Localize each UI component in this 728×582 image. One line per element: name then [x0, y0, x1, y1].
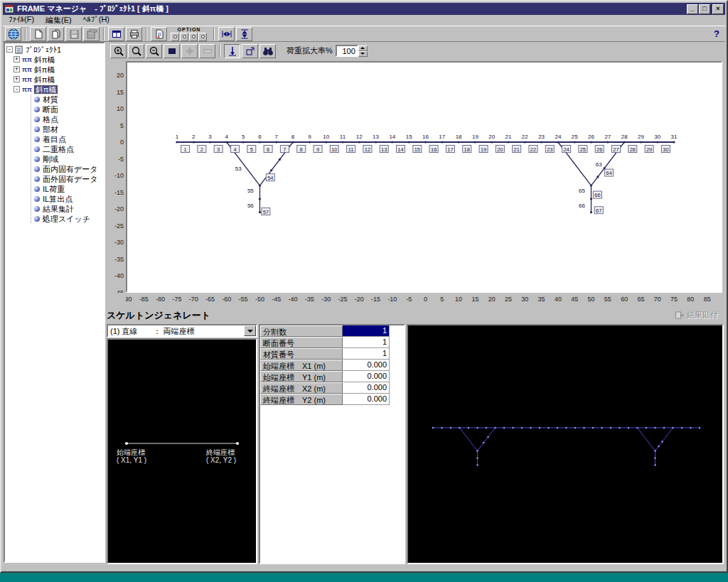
new-document-icon [33, 28, 44, 40]
svg-text:12: 12 [356, 134, 363, 140]
search-view-button[interactable] [259, 44, 276, 58]
table-cell-value[interactable]: 0.000 [343, 360, 390, 371]
horizontal-arrows-icon [221, 28, 232, 40]
save-button[interactable] [65, 27, 82, 41]
parameter-table-panel: 分割数1断面番号1材質番号1始端座標 X1 (m)0.000始端座標 Y1 (m… [259, 324, 405, 564]
svg-text:21: 21 [513, 146, 519, 153]
pan-horizontal-button[interactable] [218, 27, 235, 41]
tree-item-label: 二重格点 [43, 145, 74, 153]
measure-button[interactable] [199, 44, 215, 58]
menu-item[interactable]: ﾌｧｲﾙ(F) [3, 14, 40, 26]
svg-text:29: 29 [638, 134, 644, 140]
tree-item-project[interactable]: - ﾌﾟﾛｼﾞｪｸﾄ1 [6, 45, 104, 54]
tree-item-bridge[interactable]: +ππ斜π橋 [14, 55, 104, 64]
option-lamp-button-2[interactable] [180, 33, 188, 41]
tree-item-child[interactable]: IL荷重 [34, 184, 104, 193]
svg-text:66: 66 [594, 192, 600, 198]
tree-expand-icon[interactable]: - [6, 46, 13, 53]
tree-item-label: 部材 [43, 125, 58, 134]
tree-item-bridge[interactable]: -ππ斜π橋 [14, 85, 104, 94]
spin-down-button[interactable] [358, 51, 368, 57]
open-file-button[interactable] [48, 27, 64, 41]
tree-item-child[interactable]: 剛域 [34, 154, 104, 163]
menu-item[interactable]: 編集(E) [40, 14, 77, 26]
help-button[interactable]: ? [714, 28, 719, 39]
tree-expand-icon[interactable]: + [14, 76, 20, 82]
svg-text:65: 65 [579, 188, 585, 194]
tree-item-child[interactable]: 断面 [34, 104, 104, 114]
table-row-label: 終端座標 Y2 (m) [260, 394, 343, 405]
combobox-dropdown-button[interactable] [244, 325, 256, 336]
x-tick-label: -45 [269, 296, 284, 303]
spin-up-button[interactable] [358, 45, 368, 51]
tree-item-child[interactable]: 面内固有データ [34, 164, 104, 173]
tree-expand-icon[interactable]: + [14, 66, 20, 72]
world-button[interactable] [5, 27, 21, 41]
tree-item-child[interactable]: 格点 [34, 114, 104, 124]
x-tick-label: -65 [203, 296, 218, 303]
tree-item-child[interactable]: IL算出点 [34, 194, 104, 203]
option-lamp-button-4[interactable] [198, 33, 207, 41]
table-cell-value[interactable]: 0.000 [343, 382, 390, 394]
x-tick-label: -80 [153, 296, 168, 303]
rotate-view-button[interactable] [242, 44, 258, 58]
load-scale-input[interactable] [336, 45, 358, 57]
window-layout-button[interactable] [108, 27, 124, 41]
window-layout-icon [111, 28, 122, 40]
x-tick-label: 15 [467, 296, 483, 303]
tree-item-label: 結果集計 [43, 205, 74, 213]
tree-item-bridge[interactable]: +ππ斜π橋 [14, 65, 104, 74]
option-lamp-button-1[interactable] [171, 33, 179, 41]
svg-text:5: 5 [242, 134, 245, 140]
app-icon [4, 4, 14, 14]
maximize-button[interactable]: □ [699, 4, 710, 14]
frame-diagram-canvas[interactable]: 1234567891011121314151617181920212223242… [126, 61, 722, 293]
table-row-label: 始端座標 X1 (m) [260, 360, 343, 371]
segment-type-combobox[interactable]: (1) 直線 ： 両端座標 [107, 324, 257, 338]
print-button[interactable] [126, 27, 142, 41]
pan-vertical-button[interactable] [236, 27, 252, 41]
select-pointer-button[interactable] [181, 44, 198, 58]
paste-result-button[interactable]: 結果貼付 [670, 308, 722, 322]
bullet-icon [34, 107, 40, 112]
x-tick-label: -5 [401, 296, 417, 303]
table-cell-value[interactable]: 0.000 [343, 371, 390, 382]
x-tick-label: 75 [666, 296, 682, 303]
tree-item-child[interactable]: 部材 [34, 124, 104, 134]
tree-expand-icon[interactable]: + [14, 56, 20, 63]
load-direction-button[interactable] [224, 44, 240, 58]
zoom-in-button[interactable] [110, 44, 127, 58]
table-row: 始端座標 X1 (m)0.000 [260, 360, 404, 371]
zoom-out-button[interactable] [146, 44, 162, 58]
tree-item-bridge[interactable]: +ππ斜π橋 [14, 75, 104, 84]
tree-children: 材質断面格点部材着目点二重格点剛域面内固有データ面外固有データIL荷重IL算出点… [31, 95, 104, 223]
save-all-button[interactable] [83, 27, 100, 41]
tree-item-child[interactable]: 結果集計 [34, 204, 104, 213]
table-cell-value[interactable]: 1 [343, 337, 390, 348]
svg-text:6: 6 [258, 134, 262, 140]
new-file-button[interactable] [30, 27, 46, 41]
rotate-view-icon [245, 45, 256, 57]
table-cell-value[interactable]: 1 [343, 325, 390, 337]
y-tick-label: -5 [118, 156, 124, 163]
svg-text:30: 30 [654, 134, 660, 140]
tree-item-child[interactable]: 処理スイッチ [34, 214, 104, 223]
option-lamp-button-3[interactable] [189, 33, 198, 41]
zoom-in-icon [113, 45, 124, 57]
table-cell-value[interactable]: 1 [343, 348, 390, 360]
bridge-icon: ππ [22, 56, 32, 63]
tree-item-child[interactable]: 面外固有データ [34, 174, 104, 183]
tree-expand-icon[interactable]: - [14, 86, 20, 92]
report-button[interactable] [151, 27, 167, 41]
table-cell-value[interactable]: 0.000 [343, 394, 390, 405]
menu-item[interactable]: ﾍﾙﾌﾟ(H) [77, 14, 115, 26]
tree-item-child[interactable]: 二重格点 [34, 144, 104, 153]
zoom-fit-button[interactable] [164, 44, 180, 58]
load-scale-control: 荷重拡大率% [287, 45, 368, 57]
close-button[interactable]: × [712, 4, 724, 14]
tree-item-child[interactable]: 材質 [34, 95, 104, 104]
zoom-window-button[interactable] [128, 44, 144, 58]
tree-item-child[interactable]: 着目点 [34, 134, 104, 144]
x-tick-label: 80 [682, 296, 698, 303]
minimize-button[interactable]: _ [687, 4, 698, 14]
